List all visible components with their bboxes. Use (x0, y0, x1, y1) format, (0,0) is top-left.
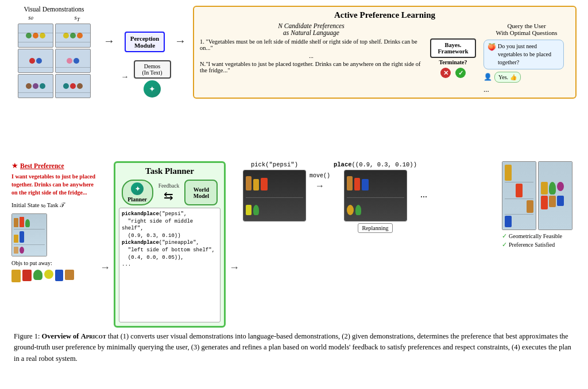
best-pref-header: ★ Best Preference (11, 161, 96, 170)
final-fridge-imgs (502, 161, 577, 230)
fridge-col-left (18, 24, 53, 98)
best-pref-text: I want vegetables to just be placed toge… (11, 173, 96, 197)
code-pickandplace-1: pickandplace (122, 211, 159, 217)
chat-bubble-answer: Yes. 👍 (494, 72, 521, 83)
obj-can (22, 270, 32, 281)
demos-label: Demos(In Text) (138, 63, 167, 76)
code-args-3: (0.9, 0.3, 0.10)) (122, 233, 181, 239)
apl-content: N Candidate Preferencesas Natural Langua… (200, 22, 570, 94)
place-action-col: place((0.9, 0.3, 0.10)) (334, 161, 417, 233)
pref-satisfied-label: Preference Satisfied (509, 242, 555, 248)
replanning-label: Replanning (362, 225, 388, 231)
demos-box: Demos(In Text) (134, 60, 171, 79)
query-title: Query the UserWith Optimal Questions (483, 22, 570, 36)
gpt-circle-icon: ✦ (144, 80, 161, 98)
arrow-bestpref-to-planner: → (100, 207, 110, 328)
placed-item2 (354, 178, 360, 190)
robot-imgs-section: pick("pepsi") (243, 161, 498, 328)
bottle-item2 (253, 179, 259, 190)
fridge-shelf-1 (18, 24, 53, 48)
geo-feasible-label: Geometrically Feasible (509, 233, 562, 239)
planner-label: Planner (127, 196, 147, 203)
candidates-title: N Candidate Preferencesas Natural Langua… (200, 22, 423, 36)
place-label: place((0.9, 0.3, 0.10)) (334, 161, 417, 168)
candidate-1-text: 1. "Vegetables must be on left side of m… (200, 38, 423, 51)
star-icon: ★ (11, 161, 18, 170)
feedback-column: Feedback ⇆ (158, 183, 179, 203)
bayes-box: Bayes.Framework (430, 38, 476, 58)
placed-item1 (347, 176, 353, 190)
check-pref-icon: ✓ (502, 241, 507, 248)
pick-arg: pepsi (273, 161, 291, 168)
pick-robot-photo (243, 170, 306, 221)
robot-actions-row: pick("pepsi") (243, 161, 498, 233)
pref-satisfied-item: ✓ Preference Satisfied (502, 241, 577, 248)
x-icon: ✕ (440, 68, 451, 78)
task-planner-section: Task Planner ✦ Planner Feedback ⇆ World … (114, 161, 226, 328)
place-func-name: place (334, 161, 352, 168)
code-box: pickandplace("pepsi", "right side of mid… (119, 208, 220, 322)
placed-item4 (347, 205, 354, 215)
pick-fridge-row1 (246, 176, 303, 190)
planner-box: ✦ Planner (122, 180, 153, 205)
placed-item5 (355, 205, 361, 215)
fridge-state-left (11, 213, 47, 256)
arrow-perception-demos: → (121, 72, 129, 81)
query-section: Query the UserWith Optimal Questions 🍑 D… (483, 22, 570, 94)
bottom-section: ★ Best Preference I want vegetables to j… (11, 161, 577, 328)
check-x-icons: ✕ ✓ (440, 68, 466, 78)
fridge-shelf-r1 (55, 24, 91, 48)
caption-bold: Overview of (42, 332, 81, 340)
code-args-4: ("pineapple", (159, 240, 199, 246)
fridge-shelf-2 (18, 49, 53, 73)
user-avatar-icon: 👤 (483, 73, 492, 81)
obj-drink (55, 270, 63, 281)
geo-feasible-item: ✓ Geometrically Feasible (502, 232, 577, 240)
double-arrow-icon: ⇆ (164, 189, 173, 203)
candidates-section: N Candidate Preferencesas Natural Langua… (200, 22, 423, 94)
move-col: move() → (310, 173, 330, 191)
initial-state-label: Initial State s₀ Task 𝒯 (11, 201, 96, 209)
fridge-final-left (502, 161, 536, 230)
obj-jar (65, 270, 74, 280)
obj-fruit1 (33, 270, 42, 280)
chat-answer-text: Yes. 👍 (498, 74, 517, 80)
arrow-perception-to-apl: → (175, 34, 186, 48)
pick-action-col: pick("pepsi") (243, 161, 306, 221)
caption: Figure 1: Overview of Apricot that (1) c… (11, 331, 577, 364)
feedback-label: Feedback (158, 183, 179, 189)
obj-fruit2 (44, 270, 53, 279)
bayes-section: Bayes.Framework Terminate? ✕ ✓ (427, 22, 479, 94)
geo-sat-labels: ✓ Geometrically Feasible ✓ Preference Sa… (502, 232, 577, 248)
move-label: move() (310, 173, 330, 179)
perception-module: PerceptionModule → Demos(In Text) ✦ (122, 6, 168, 98)
caption-smallcaps: Apricot (81, 332, 106, 340)
fridge-images (18, 24, 91, 98)
perception-label: PerceptionModule (130, 35, 160, 49)
item4 (246, 205, 252, 215)
objs-label: Objs to put away: (11, 260, 96, 266)
place-robot-photo (344, 170, 407, 221)
move-arrow: → (315, 181, 324, 191)
planner-gpt-icon: ✦ (131, 182, 144, 195)
best-pref-section: ★ Best Preference I want vegetables to j… (11, 161, 96, 328)
code-args-6: (0.4, 0.0, 0.05)), (122, 255, 184, 260)
place-fridge-interior (345, 170, 407, 221)
chat-bubble-question: 🍑 Do you just need vegetables to be plac… (483, 40, 564, 69)
pick-label: pick("pepsi") (251, 161, 298, 168)
code-args-1: ("pepsi", (159, 211, 187, 217)
caption-prefix: Figure 1: (14, 332, 42, 340)
candidate-dots: ... (200, 53, 423, 59)
dots-more: ··· (420, 192, 427, 203)
apl-box: Active Preference Learning N Candidate P… (193, 6, 577, 99)
chat-question-text: Do you just need vegetables to be placed… (498, 42, 560, 67)
shelf-divider (246, 197, 303, 198)
code-pickandplace-2: pickandplace (122, 240, 159, 246)
final-fridge-section: ✓ Geometrically Feasible ✓ Preference Sa… (502, 161, 577, 328)
fridge-shelf-3 (18, 74, 53, 98)
planner-world-row: ✦ Planner Feedback ⇆ World Model (119, 180, 220, 205)
fridge-final-right (538, 161, 572, 230)
top-section: Visual Demonstrations s₀ sT (11, 6, 577, 158)
item5 (253, 205, 259, 215)
fridge-shelf-r2 (55, 49, 91, 73)
